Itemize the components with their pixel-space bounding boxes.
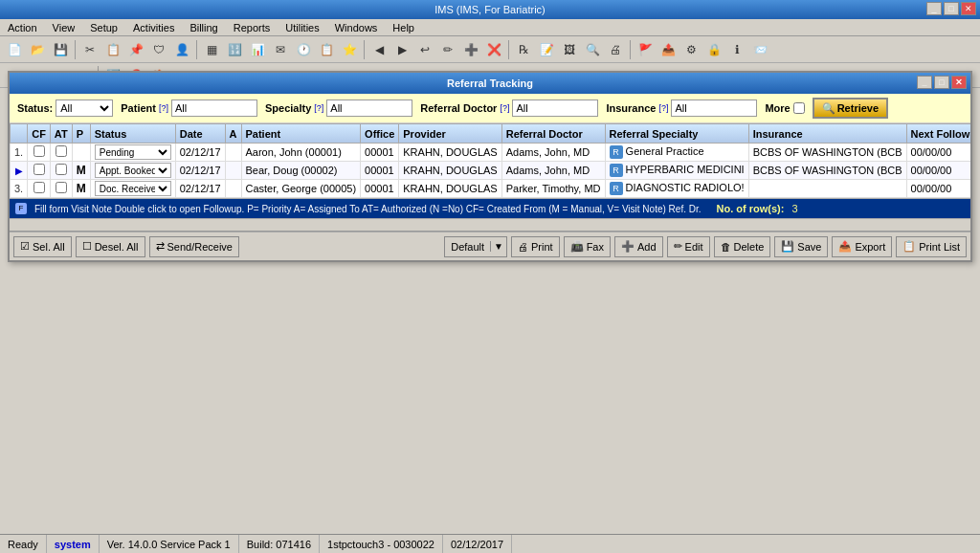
col-a[interactable]: A	[225, 124, 241, 144]
specialty-input[interactable]	[326, 100, 412, 117]
titlebar-controls[interactable]: _ □ ✕	[926, 2, 976, 15]
edit-button[interactable]: ✏ Edit	[667, 236, 710, 257]
desel-all-button[interactable]: ☐ Desel. All	[76, 236, 145, 257]
table-container[interactable]: CF AT P Status Date A Patient Office Pro…	[10, 123, 970, 199]
col-at[interactable]: AT	[50, 124, 72, 144]
tb-paste[interactable]: 📌	[125, 39, 146, 60]
menu-billing[interactable]: Billing	[186, 21, 221, 34]
tb-del[interactable]: ❌	[483, 39, 504, 60]
table-row[interactable]: 1.Pending02/12/17Aaron, John (00001)0000…	[11, 144, 971, 162]
tb-cut[interactable]: ✂	[79, 39, 100, 60]
tb-add[interactable]: ➕	[460, 39, 481, 60]
fax-button[interactable]: 📠 Fax	[564, 236, 611, 257]
col-refspec[interactable]: Referral Specialty	[605, 124, 748, 144]
send-receive-button[interactable]: ⇄ Send/Receive	[149, 236, 240, 257]
ref-maximize[interactable]: □	[934, 76, 949, 89]
cf-checkbox[interactable]	[33, 164, 45, 175]
col-cf[interactable]: CF	[28, 124, 51, 144]
col-nextfollow[interactable]: Next Followup	[906, 124, 970, 144]
close-button[interactable]: ✕	[961, 2, 976, 15]
ref-close[interactable]: ✕	[951, 76, 967, 89]
print-list-button[interactable]: 📋 Print List	[896, 236, 967, 257]
tb-grid[interactable]: ▦	[201, 39, 222, 60]
refdr-input[interactable]	[512, 100, 598, 117]
minimize-button[interactable]: _	[926, 2, 942, 15]
col-provider[interactable]: Provider	[399, 124, 501, 144]
at-checkbox[interactable]	[56, 145, 67, 157]
menu-windows[interactable]: Windows	[331, 21, 382, 34]
menu-help[interactable]: Help	[389, 21, 418, 34]
refdr-help[interactable]: [?]	[500, 103, 509, 113]
table-row[interactable]: 3.MDoc. Receiver02/12/17Caster, George (…	[11, 180, 971, 198]
tb-lock[interactable]: 🔒	[703, 39, 724, 60]
menu-activities[interactable]: Activities	[129, 21, 178, 34]
save-button[interactable]: 💾 Save	[774, 236, 828, 257]
tb-doc[interactable]: 📝	[536, 39, 557, 60]
tb-copy[interactable]: 📋	[102, 39, 123, 60]
col-p[interactable]: P	[72, 124, 90, 144]
col-status[interactable]: Status	[90, 124, 175, 144]
tb-person[interactable]: 👤	[171, 39, 192, 60]
tb-new[interactable]: 📄	[4, 39, 25, 60]
print-button[interactable]: 🖨 Print	[511, 236, 560, 257]
patient-help[interactable]: [?]	[159, 103, 168, 113]
ref-minimize[interactable]: _	[917, 76, 932, 89]
tb-shield[interactable]: 🛡	[148, 39, 169, 60]
default-dropdown[interactable]: Default ▼	[444, 236, 507, 257]
insurance-help[interactable]: [?]	[658, 103, 668, 113]
tb-star[interactable]: ⭐	[339, 39, 360, 60]
tb-mail[interactable]: ✉	[270, 39, 291, 60]
tb-edit2[interactable]: ✏	[437, 39, 458, 60]
col-office[interactable]: Office	[361, 124, 399, 144]
menu-action[interactable]: Action	[4, 21, 41, 34]
status-dropdown[interactable]: Pending	[95, 144, 171, 160]
more-checkbox[interactable]	[793, 102, 805, 114]
status-dropdown[interactable]: Doc. Receiver	[95, 181, 171, 196]
tb-save-tb[interactable]: 💾	[50, 39, 71, 60]
tb-print[interactable]: 🖨	[605, 39, 626, 60]
tb-calc[interactable]: 🔢	[224, 39, 245, 60]
maximize-button[interactable]: □	[944, 2, 959, 15]
tb-scanner[interactable]: 🔍	[582, 39, 603, 60]
default-arrow[interactable]: ▼	[490, 241, 506, 252]
col-refdr[interactable]: Referral Doctor	[501, 124, 605, 144]
add-button[interactable]: ➕ Add	[614, 236, 663, 257]
retrieve-button[interactable]: 🔍 Retrieve	[813, 98, 888, 119]
tb-flag[interactable]: 🚩	[635, 39, 656, 60]
tb-refresh[interactable]: ↩	[414, 39, 435, 60]
menu-setup[interactable]: Setup	[86, 21, 122, 34]
status-select[interactable]: All	[56, 100, 113, 117]
tb-rx[interactable]: ℞	[513, 39, 534, 60]
tb-clock[interactable]: 🕐	[293, 39, 314, 60]
tb-back[interactable]: ◀	[368, 39, 390, 60]
status-dropdown[interactable]: Appt. Booked	[95, 163, 171, 178]
patient-input[interactable]	[171, 100, 257, 117]
ref-title-controls[interactable]: _ □ ✕	[917, 76, 967, 89]
col-patient[interactable]: Patient	[241, 124, 361, 144]
tb-send[interactable]: 📨	[749, 39, 770, 60]
menu-utilities[interactable]: Utilities	[281, 21, 323, 34]
tb-export[interactable]: 📤	[657, 39, 679, 60]
tb-chart[interactable]: 📊	[247, 39, 268, 60]
menu-reports[interactable]: Reports	[230, 21, 275, 34]
col-date[interactable]: Date	[175, 124, 225, 144]
horizontal-scrollbar[interactable]	[10, 218, 970, 232]
delete-button[interactable]: 🗑 Delete	[714, 236, 771, 257]
cf-checkbox[interactable]	[33, 182, 45, 193]
sel-all-button[interactable]: ☑ Sel. All	[13, 236, 72, 257]
specialty-help[interactable]: [?]	[314, 103, 323, 113]
tb-info[interactable]: ℹ	[726, 39, 747, 60]
tb-fwd[interactable]: ▶	[391, 39, 412, 60]
tb-open[interactable]: 📂	[27, 39, 48, 60]
col-insurance[interactable]: Insurance	[748, 124, 906, 144]
at-checkbox[interactable]	[56, 182, 67, 193]
cf-checkbox[interactable]	[33, 145, 45, 157]
export-button[interactable]: 📤 Export	[832, 236, 892, 257]
insurance-input[interactable]	[671, 100, 757, 117]
tb-list[interactable]: 📋	[316, 39, 337, 60]
at-checkbox[interactable]	[56, 164, 67, 175]
menu-view[interactable]: View	[49, 21, 79, 34]
table-row[interactable]: ▶MAppt. Booked02/12/17Bear, Doug (00002)…	[11, 162, 971, 180]
tb-settings[interactable]: ⚙	[680, 39, 702, 60]
expand-arrow[interactable]: ▶	[15, 166, 23, 176]
